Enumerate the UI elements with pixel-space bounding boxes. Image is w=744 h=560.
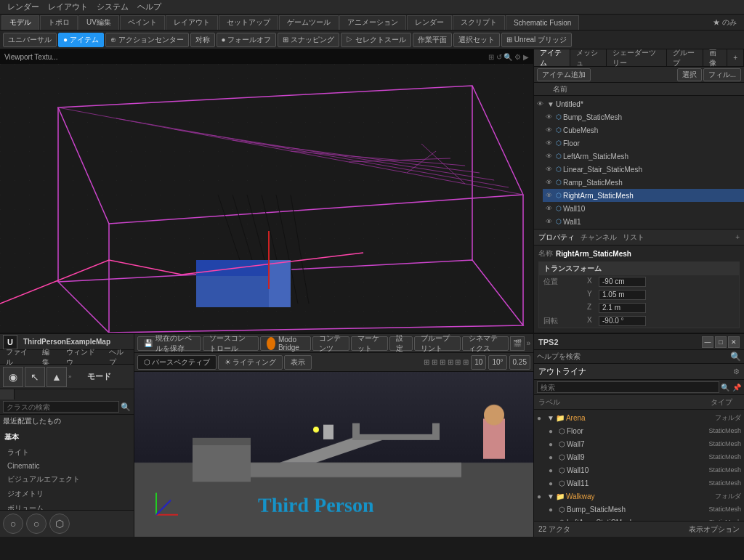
tab-uv[interactable]: UV編集 xyxy=(78,15,119,30)
menu-edit[interactable]: 編集 xyxy=(36,350,60,364)
menu-file[interactable]: ファイル xyxy=(0,350,36,364)
item-light[interactable]: ライト xyxy=(1,445,132,460)
outliner-pin-icon[interactable]: 📌 xyxy=(732,384,741,391)
item-vfx[interactable]: ビジュアルエフェクト xyxy=(1,472,132,487)
tool-universal[interactable]: ユニバーサル xyxy=(3,33,57,47)
filter-btn[interactable]: フィル... xyxy=(703,68,741,81)
tab-model[interactable]: モデル xyxy=(1,15,39,30)
outliner-arena[interactable]: ● ▼ 📁 Arena フォルダ xyxy=(534,411,744,424)
class-search-input[interactable] xyxy=(3,401,119,413)
tab-add-btn[interactable]: + xyxy=(727,49,744,66)
outliner-options[interactable]: ⚙ xyxy=(733,368,740,376)
tool-item[interactable]: ● アイテム xyxy=(58,33,104,47)
blueprint-btn[interactable]: ブループリント xyxy=(414,336,461,351)
tree-item-ramp[interactable]: 👁 ⬡ Ramp_StaticMesh xyxy=(543,176,744,189)
tool-symmetry[interactable]: 对称 xyxy=(190,33,215,47)
outliner-wall11[interactable]: ● ⬡ Wall11 StaticMesh xyxy=(534,476,744,490)
viewport-bottom[interactable]: 💾 現在のレベルを保存 ソースコントロール Modo Bridge コンテンツ … xyxy=(134,334,533,537)
tree-item-wall1[interactable]: 👁 ⬡ Wall1 xyxy=(543,215,744,228)
outliner-walkway[interactable]: ● ▼ 📁 Walkway フォルダ xyxy=(534,490,744,503)
outliner-wall9[interactable]: ● ⬡ Wall9 StaticMesh xyxy=(534,450,744,463)
tab-setup[interactable]: セットアップ xyxy=(219,15,278,30)
mode-move-icon[interactable]: ↖ xyxy=(25,367,45,387)
star-only[interactable]: ★ のみ xyxy=(707,17,743,28)
tps-close[interactable]: ✕ xyxy=(728,336,740,348)
tab-topo[interactable]: トポロ xyxy=(40,15,78,30)
lighting-btn[interactable]: ☀ ライティング xyxy=(218,355,283,370)
add-item-btn[interactable]: アイテム追加 xyxy=(537,68,591,81)
perspective-btn[interactable]: ⬡ パースペクティブ xyxy=(137,355,217,370)
show-btn[interactable]: 表示 xyxy=(284,355,312,370)
props-expand-btn[interactable]: + xyxy=(735,233,740,241)
menu-help-ue[interactable]: ヘルプ xyxy=(103,350,134,364)
tps-minimize[interactable]: — xyxy=(702,336,713,348)
transform-header[interactable]: トランスフォーム xyxy=(539,262,739,275)
viewport-top[interactable]: Viewport Textu... ⊞ ↺ 🔍 ⚙ ▶ xyxy=(0,49,533,333)
scale-val[interactable]: 0.25 xyxy=(509,355,530,370)
source-control-btn[interactable]: ソースコントロール xyxy=(203,336,259,351)
pos-y-field[interactable] xyxy=(599,290,646,300)
menu-system[interactable]: システム xyxy=(92,1,133,12)
tab-mesh[interactable]: メッシュ xyxy=(570,49,607,66)
outliner-leftarm[interactable]: ● ⬡ LeftArm_StatiCMesh StaticMesh xyxy=(534,516,744,521)
tree-item-floor[interactable]: 👁 ⬡ Floor xyxy=(543,137,744,150)
tab-render[interactable]: レンダー xyxy=(407,15,452,30)
tree-item-untitled[interactable]: 👁 ▼ Untitled* xyxy=(534,97,744,110)
angle-val[interactable]: 10° xyxy=(488,355,506,370)
props-tab-list[interactable]: リスト xyxy=(623,232,644,243)
tree-item-bump[interactable]: 👁 ⬡ Bump_StaticMesh xyxy=(543,110,744,123)
menu-render[interactable]: レンダー xyxy=(3,1,44,12)
item-geometry[interactable]: ジオメトリ xyxy=(1,487,132,501)
item-cinematic[interactable]: Cinematic xyxy=(1,460,132,472)
content-btn[interactable]: コンテンツ xyxy=(312,336,349,351)
outliner-tree[interactable]: ● ▼ 📁 Arena フォルダ ● ⬡ Floor StaticMesh ● … xyxy=(534,410,744,521)
props-tab-prop[interactable]: プロパティ xyxy=(538,232,575,243)
tab-items[interactable]: アイテム xyxy=(534,49,570,66)
tool-select[interactable]: ▷ セレクトスール xyxy=(341,33,411,47)
mode-expand[interactable]: » xyxy=(68,373,83,380)
tool-unreal[interactable]: ⊞ Unreal ブリッジ xyxy=(501,33,572,47)
pos-z-field[interactable] xyxy=(599,303,646,313)
grid-val[interactable]: 10 xyxy=(471,355,486,370)
tab-groups[interactable]: グループ xyxy=(667,49,703,66)
tool-workplane[interactable]: 作業平面 xyxy=(413,33,452,47)
menu-layout[interactable]: レイアウト xyxy=(44,1,92,12)
select-btn[interactable]: 選択 xyxy=(677,68,702,81)
tree-item-leftarm[interactable]: 👁 ⬡ LeftArm_StaticMesh xyxy=(543,150,744,163)
menu-window[interactable]: ウィンドウ xyxy=(60,350,103,364)
outliner-wall10[interactable]: ● ⬡ Wall10 StaticMesh xyxy=(534,463,744,476)
display-options-btn[interactable]: 表示オプション xyxy=(689,524,740,535)
tab-shader[interactable]: シェーダーツリー xyxy=(607,49,667,66)
settings-btn[interactable]: 設定 xyxy=(389,336,412,351)
outliner-search-input[interactable] xyxy=(537,381,719,393)
modo-bridge-btn[interactable]: Modo Bridge xyxy=(260,336,311,351)
outliner-bump[interactable]: ● ⬡ Bump_StaticMesh StaticMesh xyxy=(534,503,744,516)
cinematic-btn[interactable]: シネマティクス xyxy=(462,336,509,351)
tps-maximize[interactable]: □ xyxy=(715,336,727,348)
tab-script[interactable]: スクリプト xyxy=(453,15,505,30)
save-level-btn[interactable]: 💾 現在のレベルを保存 xyxy=(137,336,201,351)
rot-x-field[interactable] xyxy=(599,316,646,326)
tree-item-wall10[interactable]: 👁 ⬡ Wall10 xyxy=(543,202,744,215)
tool-snapping[interactable]: ⊞ スナッピング xyxy=(278,33,339,47)
tool-action-center[interactable]: ⊕ アクションセンター xyxy=(105,33,189,47)
tab-layout[interactable]: レイアウト xyxy=(166,15,218,30)
tab-animation[interactable]: アニメーション xyxy=(339,15,406,30)
mode-brush-icon[interactable]: ▲ xyxy=(46,367,67,387)
item-volume[interactable]: ボリューム xyxy=(1,501,132,510)
tree-item-rightarm[interactable]: 👁 ⬡ RightArm_StaticMesh xyxy=(543,189,744,202)
outliner-wall7[interactable]: ● ⬡ Wall7 StaticMesh xyxy=(534,437,744,450)
market-btn[interactable]: マーケット xyxy=(351,336,388,351)
scene-tree[interactable]: 👁 ▼ Untitled* 👁 ⬡ Bump_StaticMesh 👁 ⬡ Cu… xyxy=(534,96,744,229)
menu-help[interactable]: ヘルプ xyxy=(133,1,166,12)
outliner-floor[interactable]: ● ⬡ Floor StaticMesh xyxy=(534,424,744,437)
props-tab-channel[interactable]: チャンネル xyxy=(581,232,617,243)
tab-paint[interactable]: ペイント xyxy=(120,15,165,30)
pos-x-field[interactable] xyxy=(599,277,646,287)
tree-item-linear[interactable]: 👁 ⬡ Linear_Stair_StaticMesh xyxy=(543,163,744,176)
tab-schematic[interactable]: Schematic Fusion xyxy=(506,15,579,30)
tree-item-cube[interactable]: 👁 ⬡ CubeMesh xyxy=(543,123,744,137)
toolbar-expand[interactable]: » xyxy=(526,339,530,347)
tab-gametool[interactable]: ゲームツール xyxy=(279,15,339,30)
help-search-icon[interactable]: 🔍 xyxy=(730,352,741,362)
